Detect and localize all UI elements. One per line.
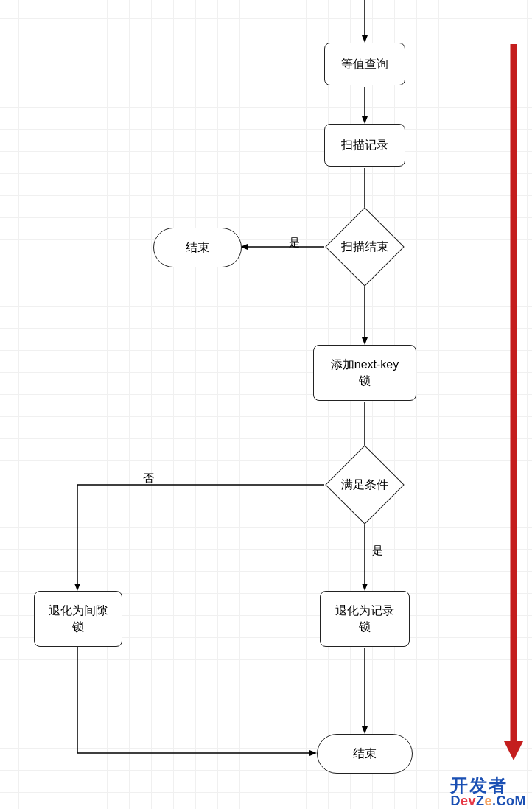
- node-label: 满足条件: [341, 477, 388, 493]
- node-scan-record: 扫描记录: [324, 124, 405, 167]
- node-label: 结束: [353, 746, 377, 762]
- node-label: 退化为记录 锁: [335, 603, 394, 634]
- node-label: 结束: [186, 239, 209, 256]
- edge-cond-no: [77, 485, 324, 589]
- node-scan-end: 扫描结束: [337, 219, 393, 275]
- edge-gap-to-end: [77, 647, 315, 753]
- node-label: 退化为间隙 锁: [49, 603, 108, 634]
- watermark-en: DevZe.CoM: [450, 794, 526, 808]
- flowchart-canvas: 等值查询 扫描记录 扫描结束 结束 添加next-key 锁 满足条件 退化为间…: [0, 0, 532, 809]
- edge-label-yes-2: 是: [372, 544, 383, 558]
- node-gap-lock: 退化为间隙 锁: [34, 591, 122, 647]
- node-label: 添加next-key 锁: [331, 357, 399, 388]
- watermark-cn: 开发者: [450, 777, 526, 794]
- node-label: 扫描记录: [341, 137, 388, 153]
- node-equal-query: 等值查询: [324, 43, 405, 85]
- node-record-lock: 退化为记录 锁: [320, 591, 410, 647]
- edge-label-no: 否: [143, 472, 154, 486]
- edge-label-yes-1: 是: [289, 236, 300, 250]
- node-end-2: 结束: [317, 734, 413, 774]
- node-label: 扫描结束: [341, 239, 388, 255]
- node-end-1: 结束: [153, 228, 242, 267]
- node-add-nextkey: 添加next-key 锁: [313, 345, 416, 401]
- watermark: 开发者 DevZe.CoM: [450, 777, 526, 808]
- node-condition: 满足条件: [337, 457, 393, 513]
- red-arrow-head: [504, 741, 523, 760]
- node-label: 等值查询: [341, 56, 388, 72]
- edges-layer: [0, 0, 532, 809]
